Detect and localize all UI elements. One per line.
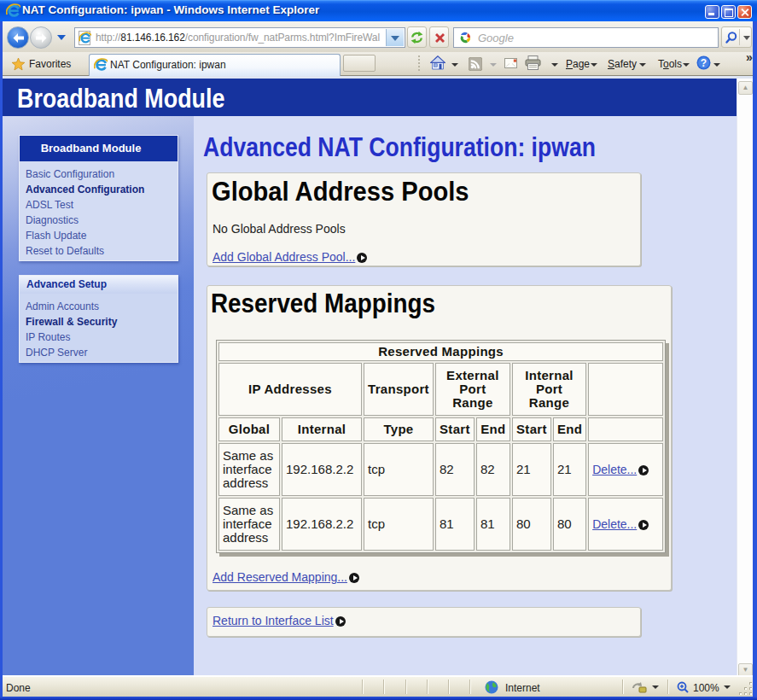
svg-text:?: ? — [701, 57, 707, 69]
